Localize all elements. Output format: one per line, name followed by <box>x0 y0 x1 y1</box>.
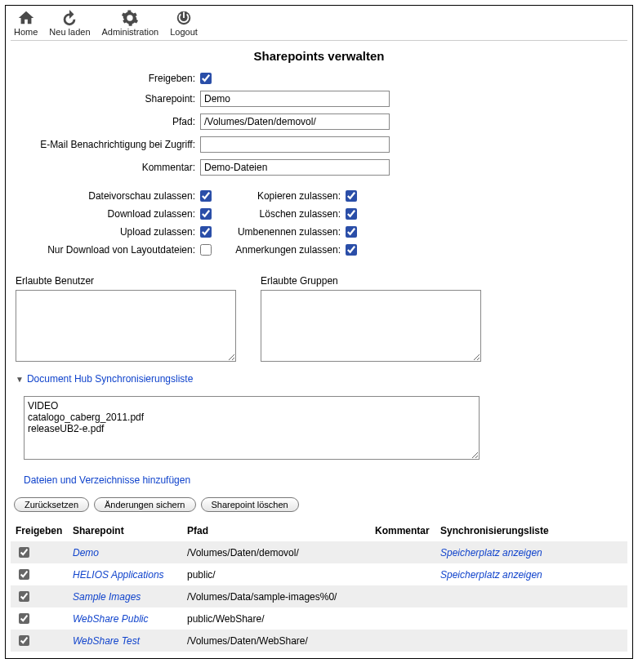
kopieren-label: Kopieren zulassen: <box>218 190 341 202</box>
download-label: Download zulassen: <box>16 208 195 220</box>
benutzer-label: Erlaubte Benutzer <box>16 275 236 287</box>
loeschen-label: Löschen zulassen: <box>218 208 341 220</box>
row-freigeben-checkbox[interactable] <box>19 613 29 624</box>
sync-label: Document Hub Synchronisierungsliste <box>27 373 193 385</box>
pfad-input[interactable] <box>200 113 390 130</box>
row-pfad: public/WebShare/ <box>182 607 370 630</box>
row-freigeben-checkbox[interactable] <box>19 569 29 580</box>
row-sync: Speicherplatz anzeigen <box>435 563 627 585</box>
dateivorschau-checkbox[interactable] <box>200 190 212 202</box>
row-sync <box>435 585 627 607</box>
dateivorschau-label: Dateivorschau zulassen: <box>16 190 195 202</box>
table-row: WebShare Publicpublic/WebShare/ <box>11 607 627 630</box>
loeschen-checkbox[interactable] <box>346 208 357 220</box>
row-sharepoint-link[interactable]: Sample Images <box>73 591 141 603</box>
layout-checkbox[interactable] <box>200 244 212 256</box>
row-sync: Speicherplatz anzeigen <box>435 541 627 563</box>
sync-textarea[interactable]: VIDEO catalogo_caberg_2011.pdf releaseUB… <box>24 396 480 460</box>
umbenennen-checkbox[interactable] <box>346 226 357 238</box>
pfad-label: Pfad: <box>16 116 195 127</box>
row-kommentar <box>370 630 435 652</box>
row-freigeben-checkbox[interactable] <box>19 591 29 602</box>
home-button[interactable]: Home <box>11 9 41 37</box>
admin-button[interactable]: Administration <box>99 9 163 37</box>
gruppen-label: Erlaubte Gruppen <box>261 275 481 287</box>
svg-rect-1 <box>183 12 185 18</box>
upload-label: Upload zulassen: <box>16 226 195 238</box>
power-icon <box>172 9 195 27</box>
table-row: Sample Images/Volumes/Data/sample-images… <box>11 585 627 607</box>
row-kommentar <box>370 541 435 563</box>
row-kommentar <box>370 585 435 607</box>
kommentar-input[interactable] <box>200 159 390 176</box>
row-sync <box>435 630 627 652</box>
table-row: HELIOS Applicationspublic/Speicherplatz … <box>11 563 627 585</box>
toolbar-label: Neu laden <box>49 27 90 37</box>
toolbar-label: Administration <box>102 27 159 37</box>
delete-button[interactable]: Sharepoint löschen <box>201 497 299 512</box>
col-freigeben: Freigeben <box>11 520 68 541</box>
kopieren-checkbox[interactable] <box>346 190 357 202</box>
sharepoints-table: Freigeben Sharepoint Pfad Kommentar Sync… <box>11 520 627 652</box>
toolbar: Home Neu laden Administration Logout <box>11 9 627 41</box>
row-freigeben-checkbox[interactable] <box>19 635 29 646</box>
toolbar-label: Home <box>14 27 38 37</box>
col-pfad: Pfad <box>182 520 370 541</box>
row-sync-link[interactable]: Speicherplatz anzeigen <box>440 547 542 559</box>
table-row: WebShare Test/Volumes/Daten/WebShare/ <box>11 630 627 652</box>
gear-icon <box>118 9 141 27</box>
umbenennen-label: Umbenennen zulassen: <box>218 226 341 238</box>
row-pfad: /Volumes/Daten/demovol/ <box>182 541 370 563</box>
chevron-down-icon: ▼ <box>16 375 24 384</box>
row-freigeben-checkbox[interactable] <box>19 547 29 558</box>
table-row: Demo/Volumes/Daten/demovol/Speicherplatz… <box>11 541 627 563</box>
layout-label: Nur Download von Layoutdateien: <box>16 244 195 256</box>
anmerkungen-checkbox[interactable] <box>346 244 357 256</box>
download-checkbox[interactable] <box>200 208 212 220</box>
save-button[interactable]: Änderungen sichern <box>94 497 195 512</box>
col-kommentar: Kommentar <box>370 520 435 541</box>
add-files-link[interactable]: Dateien und Verzeichnisse hinzufügen <box>24 474 622 486</box>
freigeben-label: Freigeben: <box>16 73 195 84</box>
anmerkungen-label: Anmerkungen zulassen: <box>218 244 341 256</box>
reload-button[interactable]: Neu laden <box>46 9 93 37</box>
row-pfad: /Volumes/Data/sample-images%0/ <box>182 585 370 607</box>
sharepoint-input[interactable] <box>200 91 390 107</box>
freigeben-checkbox[interactable] <box>200 73 212 84</box>
upload-checkbox[interactable] <box>200 226 212 238</box>
row-kommentar <box>370 607 435 630</box>
row-sync <box>435 607 627 630</box>
benutzer-textarea[interactable] <box>16 290 236 362</box>
toolbar-label: Logout <box>170 27 198 37</box>
home-icon <box>15 9 38 27</box>
row-kommentar <box>370 563 435 585</box>
row-sharepoint-link[interactable]: Demo <box>73 547 99 559</box>
reload-icon <box>58 9 81 27</box>
email-label: E-Mail Benachrichtigung bei Zugriff: <box>16 139 195 150</box>
reset-button[interactable]: Zurücksetzen <box>14 497 89 512</box>
col-sync: Synchronisierungsliste <box>435 520 627 541</box>
logout-button[interactable]: Logout <box>167 9 201 37</box>
col-sharepoint: Sharepoint <box>68 520 182 541</box>
gruppen-textarea[interactable] <box>261 290 481 362</box>
page-title: Sharepoints verwalten <box>11 41 627 73</box>
row-sharepoint-link[interactable]: WebShare Test <box>73 635 140 647</box>
row-sync-link[interactable]: Speicherplatz anzeigen <box>440 569 542 581</box>
row-sharepoint-link[interactable]: WebShare Public <box>73 613 149 625</box>
row-pfad: public/ <box>182 563 370 585</box>
email-input[interactable] <box>200 136 390 153</box>
sharepoint-label: Sharepoint: <box>16 93 195 105</box>
sync-disclosure[interactable]: ▼ Document Hub Synchronisierungsliste <box>16 373 622 385</box>
kommentar-label: Kommentar: <box>16 162 195 173</box>
row-sharepoint-link[interactable]: HELIOS Applications <box>73 569 164 581</box>
row-pfad: /Volumes/Daten/WebShare/ <box>182 630 370 652</box>
